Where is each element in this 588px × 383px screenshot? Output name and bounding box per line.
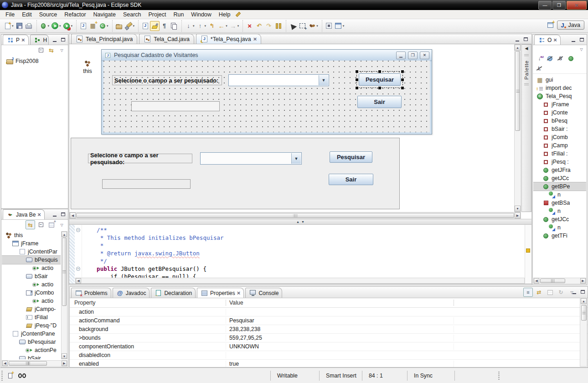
dropdown-arrow-icon[interactable]: ▾	[205, 24, 206, 28]
hide-nonpublic-button[interactable]	[566, 54, 576, 63]
tab-tela-cad-java[interactable]: Tela_Cad.java	[139, 34, 194, 44]
close-icon[interactable]: ✕	[567, 1, 587, 10]
maximize-editor-icon[interactable]	[522, 36, 530, 43]
tree-item-actio[interactable]: actio	[2, 264, 61, 272]
new-wizard-button[interactable]: ▾	[3, 21, 15, 31]
fast-view-icon[interactable]	[6, 372, 14, 379]
view-menu-button[interactable]	[57, 46, 67, 55]
menu-help[interactable]: Help	[215, 10, 234, 19]
designed-jframe[interactable]: Pesquisar Cadastro de Visitantes ▁ ❒ ✕ S…	[101, 49, 432, 135]
run-coverage-button[interactable]: ▾	[62, 21, 74, 31]
close-icon[interactable]: ×	[253, 37, 257, 41]
sort-button[interactable]	[535, 54, 544, 63]
categories-gray-button[interactable]	[556, 288, 566, 297]
minimize-icon[interactable]: —	[538, 1, 552, 10]
preview-combo-box[interactable]: ▼	[200, 152, 302, 165]
view-menu-icon[interactable]	[578, 46, 585, 53]
tree-item-jconte[interactable]: jConte	[533, 109, 586, 117]
show-whitespace-button[interactable]	[160, 21, 169, 31]
tree-item-n[interactable]: n	[533, 191, 586, 199]
tab-tela-principal-java[interactable]: Tela_Principal.java	[71, 34, 137, 44]
combo-arrow-icon[interactable]: ▼	[291, 153, 301, 164]
property-row-actioncommand[interactable]: actionCommandPesquisar	[70, 316, 588, 325]
tree-item-jcombo[interactable]: jCombo	[2, 289, 61, 297]
link-editor-button[interactable]	[26, 220, 35, 229]
tab-properties[interactable]: Properties×	[197, 288, 244, 298]
forward-button[interactable]: ▾	[228, 21, 240, 31]
column-property[interactable]: Property	[70, 300, 226, 306]
outline-horizontal-scrollbar[interactable]: ◀ ▶	[533, 278, 586, 284]
tree-item-bsair[interactable]: bSair :	[533, 125, 586, 133]
maximize-icon[interactable]: ❒	[552, 1, 566, 10]
minimize-view-icon[interactable]	[51, 36, 58, 43]
preview-text-field[interactable]	[102, 179, 191, 189]
layout-button[interactable]	[46, 220, 56, 229]
new-package-button[interactable]	[88, 21, 98, 31]
tree-item-jcontentpar[interactable]: jContentPar	[2, 248, 61, 256]
dropdown-arrow-icon[interactable]: ▾	[237, 24, 239, 28]
tab-hierarchy[interactable]: H	[30, 35, 49, 45]
terminate-button[interactable]	[245, 21, 254, 31]
dropdown-arrow-icon[interactable]: ▾	[226, 24, 227, 28]
properties-vertical-scrollbar[interactable]: ▲	[580, 298, 587, 367]
dropdown-arrow-icon[interactable]: ▾	[107, 24, 108, 28]
beans-tool-button[interactable]: ▾	[307, 21, 319, 31]
dropdown-arrow-icon[interactable]: ▾	[12, 24, 14, 28]
tree-item-fisp2008[interactable]: Fisp2008	[1, 57, 68, 65]
tree-item-import-dec[interactable]: import dec	[533, 84, 586, 92]
tree-item-gettfi[interactable]: getTFi	[533, 232, 586, 240]
maximize-view-icon[interactable]	[579, 288, 587, 295]
minimize-view-icon[interactable]	[51, 211, 58, 218]
canvas-vertical-scrollbar[interactable]: ▲ ▼	[514, 44, 521, 212]
tab-declaration[interactable]: Declaration	[151, 288, 196, 298]
tab-java-beans[interactable]: Java Be ×	[3, 209, 45, 219]
selection-handle[interactable]	[378, 70, 382, 73]
close-icon[interactable]: ×	[37, 212, 41, 217]
menu-window[interactable]: Window	[187, 10, 215, 19]
menu-file[interactable]: File	[2, 10, 18, 19]
property-row-background[interactable]: background238,238,238	[70, 325, 588, 334]
menu-source[interactable]: Source	[36, 10, 61, 19]
menu-run[interactable]: Run	[170, 10, 187, 19]
java-perspective-button[interactable]: Java	[557, 21, 584, 30]
tree-item-getbpe[interactable]: getBPe	[533, 182, 586, 191]
property-row-bounds[interactable]: >bounds559,27,95,25	[70, 334, 588, 342]
menu-navigate[interactable]: Navigate	[90, 10, 119, 19]
tree-item-getbsa[interactable]: getBSa	[533, 199, 586, 207]
selection-handle[interactable]	[401, 78, 404, 82]
close-icon[interactable]: ×	[553, 38, 557, 42]
beans-vertical-scrollbar[interactable]: ▲ ▼	[61, 231, 67, 359]
maximize-view-icon[interactable]	[59, 36, 67, 43]
open-perspective-icon[interactable]	[547, 21, 554, 29]
tree-mode-button[interactable]	[523, 288, 533, 297]
dropdown-arrow-icon[interactable]: ▾	[343, 24, 345, 28]
redo-mark-button[interactable]	[264, 21, 273, 31]
tree-item-jcontentpane[interactable]: jContentPane	[2, 330, 61, 338]
new-class-button[interactable]: ▾	[98, 21, 109, 31]
property-row-action[interactable]: action	[70, 308, 588, 316]
spelling-icon[interactable]	[18, 372, 26, 379]
overview-ruler[interactable]	[525, 225, 531, 284]
tree-item-gui[interactable]: gui	[533, 76, 586, 84]
selection-handle[interactable]	[355, 70, 359, 73]
preview-field-label[interactable]: Selecione o campo a ser pesquisado:	[88, 154, 192, 163]
design-combo-box[interactable]: ▼	[228, 74, 329, 86]
save-button[interactable]	[15, 21, 24, 31]
content-pane-preview[interactable]: Selecione o campo a ser pesquisado: ▼ Pe…	[71, 138, 400, 209]
design-field-label[interactable]: Selecione o campo a ser pesquisado:	[112, 75, 222, 85]
maximize-view-icon[interactable]	[578, 36, 586, 43]
menu-edit[interactable]: Edit	[18, 10, 36, 19]
hide-static-button[interactable]	[556, 54, 565, 63]
beans-horizontal-scrollbar[interactable]: ◀ ▶	[2, 360, 67, 367]
tree-item-bpesq[interactable]: bPesq	[533, 117, 586, 125]
pause-button[interactable]	[273, 21, 283, 31]
dropdown-arrow-icon[interactable]: ▾	[133, 24, 135, 28]
selection-handle[interactable]	[401, 70, 404, 73]
tree-item-bsair[interactable]: bSair	[2, 272, 61, 280]
close-icon[interactable]: ×	[237, 291, 241, 295]
tree-item-jframe[interactable]: jFrame	[533, 100, 586, 109]
collapse-all-button[interactable]	[36, 46, 46, 55]
jframe-content-pane[interactable]: Selecione o campo a ser pesquisado: ▼ Pe…	[103, 61, 430, 132]
tree-item-tela-pesq[interactable]: Tela_Pesq	[533, 92, 586, 100]
jframe-titlebar[interactable]: Pesquisar Cadastro de Visitantes ▁ ❒ ✕	[102, 50, 432, 61]
